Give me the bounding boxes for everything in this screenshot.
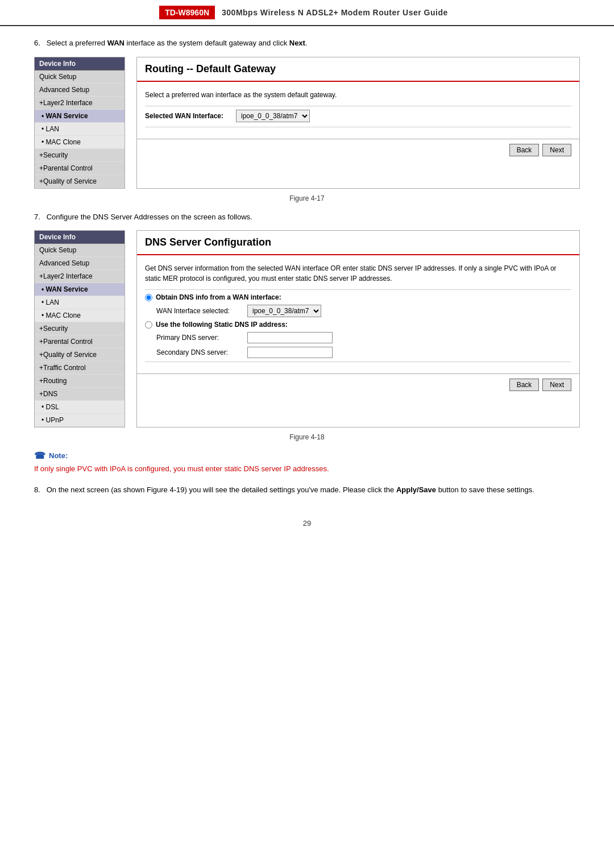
panel1-divider1 (145, 106, 571, 106)
sidebar2-routing[interactable]: +Routing (35, 375, 125, 388)
sidebar2-quick-setup[interactable]: Quick Setup (35, 244, 125, 257)
page-header: TD-W8960N 300Mbps Wireless N ADSL2+ Mode… (0, 0, 614, 26)
panel1-divider2 (145, 127, 571, 127)
panel2-secondary-label: Secondary DNS server: (156, 348, 247, 356)
header-title: 300Mbps Wireless N ADSL2+ Modem Router U… (215, 6, 455, 19)
sidebar2-traffic-control[interactable]: +Traffic Control (35, 362, 125, 375)
note-text: If only single PVC with IPoA is configur… (34, 463, 580, 475)
step6-text: 6. Select a preferred WAN interface as t… (34, 38, 580, 49)
sidebar2-parental-control[interactable]: +Parental Control (35, 335, 125, 348)
sidebar1-device-info[interactable]: Device Info (35, 57, 125, 70)
panel2-divider1 (145, 289, 571, 290)
sidebar2-lan[interactable]: • LAN (35, 296, 125, 309)
step8-text: 8. On the next screen (as shown Figure 4… (34, 484, 580, 496)
sidebar1-qos[interactable]: +Quality of Service (35, 175, 125, 188)
panel2-back-button[interactable]: Back (509, 379, 540, 391)
panel2-wan-interface-label: WAN Interface selected: (156, 307, 247, 315)
panel1-next-button[interactable]: Next (542, 144, 571, 156)
panel2-wan-interface-row: WAN Interface selected: ipoe_0_0_38/atm7 (145, 305, 571, 317)
panel1: Routing -- Default Gateway Select a pref… (136, 57, 580, 189)
sidebar2-dsl[interactable]: • DSL (35, 401, 125, 414)
section2-layout: Device Info Quick Setup Advanced Setup +… (34, 230, 580, 427)
sidebar1-parental-control[interactable]: +Parental Control (35, 162, 125, 175)
sidebar2-advanced-setup[interactable]: Advanced Setup (35, 257, 125, 270)
sidebar2-wan-service[interactable]: • WAN Service (35, 283, 125, 296)
panel2-radio1-label: Obtain DNS info from a WAN interface: (156, 293, 281, 301)
panel2: DNS Server Configuration Get DNS server … (136, 230, 580, 427)
panel1-wan-select[interactable]: ipoe_0_0_38/atm7 (236, 110, 310, 122)
panel2-wan-interface-select[interactable]: ipoe_0_0_38/atm7 (247, 305, 321, 317)
panel2-secondary-row: Secondary DNS server: (145, 347, 571, 358)
page-number: 29 (34, 519, 580, 528)
sidebar1-layer2[interactable]: +Layer2 Interface (35, 97, 125, 110)
sidebar2-upnp[interactable]: • UPnP (35, 414, 125, 427)
panel2-primary-input[interactable] (247, 332, 333, 343)
sidebar1-security[interactable]: +Security (35, 149, 125, 162)
panel2-secondary-input[interactable] (247, 347, 333, 358)
panel2-radio2[interactable] (145, 321, 152, 329)
sidebar2-layer2[interactable]: +Layer2 Interface (35, 270, 125, 283)
panel2-radio2-label: Use the following Static DNS IP address: (156, 321, 288, 329)
panel1-title: Routing -- Default Gateway (137, 57, 579, 82)
model-label: TD-W8960N (159, 6, 215, 19)
sidebar1-wan-service[interactable]: • WAN Service (35, 110, 125, 123)
panel2-primary-label: Primary DNS server: (156, 334, 247, 342)
sidebar2-security[interactable]: +Security (35, 322, 125, 335)
step7-text: 7. Configure the DNS Server Addresses on… (34, 211, 580, 223)
figure2-caption: Figure 4-18 (34, 433, 580, 441)
section1-layout: Device Info Quick Setup Advanced Setup +… (34, 57, 580, 189)
panel2-divider2 (145, 362, 571, 362)
note-section: ☎ Note: If only single PVC with IPoA is … (34, 450, 580, 475)
sidebar2-device-info[interactable]: Device Info (35, 231, 125, 244)
panel2-radio1-row: Obtain DNS info from a WAN interface: (145, 293, 571, 301)
sidebar1: Device Info Quick Setup Advanced Setup +… (34, 57, 125, 189)
sidebar2-dns[interactable]: +DNS (35, 388, 125, 401)
panel2-primary-row: Primary DNS server: (145, 332, 571, 343)
sidebar1-advanced-setup[interactable]: Advanced Setup (35, 84, 125, 97)
panel1-wan-row: Selected WAN Interface: ipoe_0_0_38/atm7 (145, 110, 571, 122)
panel1-footer: Back Next (137, 139, 579, 161)
panel1-back-button[interactable]: Back (509, 144, 540, 156)
panel2-title: DNS Server Configuration (137, 231, 579, 255)
panel2-description: Get DNS server information from the sele… (145, 263, 571, 284)
panel2-radio1[interactable] (145, 294, 152, 301)
note-icon: ☎ (34, 450, 45, 461)
figure1-caption: Figure 4-17 (34, 194, 580, 202)
panel1-wan-label: Selected WAN Interface: (145, 112, 236, 120)
sidebar2: Device Info Quick Setup Advanced Setup +… (34, 230, 125, 427)
panel2-footer: Back Next (137, 373, 579, 396)
sidebar1-quick-setup[interactable]: Quick Setup (35, 70, 125, 84)
panel2-body: Get DNS server information from the sele… (137, 255, 579, 373)
sidebar2-mac-clone[interactable]: • MAC Clone (35, 309, 125, 322)
page-body: 6. Select a preferred WAN interface as t… (0, 26, 614, 550)
panel1-body: Select a preferred wan interface as the … (137, 82, 579, 139)
panel1-description: Select a preferred wan interface as the … (145, 90, 571, 100)
sidebar1-lan[interactable]: • LAN (35, 123, 125, 136)
panel2-next-button[interactable]: Next (542, 379, 571, 391)
note-header: ☎ Note: (34, 450, 580, 461)
note-header-text: Note: (49, 451, 68, 460)
panel2-radio2-row: Use the following Static DNS IP address: (145, 321, 571, 329)
sidebar1-mac-clone[interactable]: • MAC Clone (35, 136, 125, 149)
sidebar2-qos[interactable]: +Quality of Service (35, 348, 125, 362)
